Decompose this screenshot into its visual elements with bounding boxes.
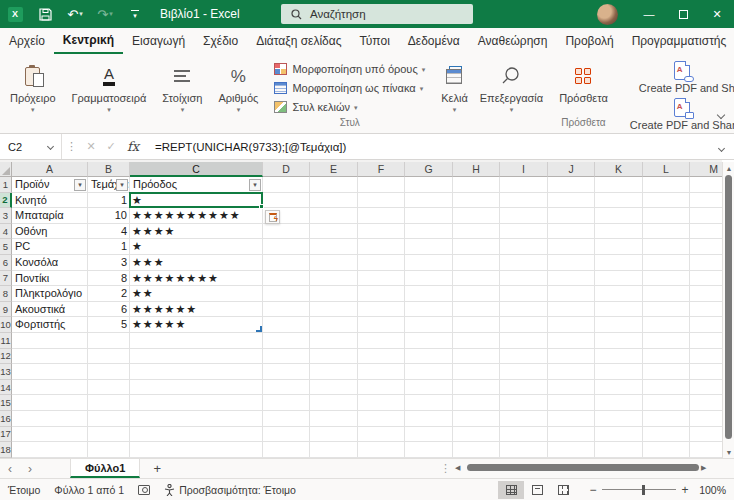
cell-product[interactable]: Πληκτρολόγιο — [12, 286, 88, 302]
tab-draw[interactable]: Σχέδιο — [194, 28, 247, 54]
row-header-9[interactable]: 9 — [0, 302, 12, 318]
tab-view[interactable]: Προβολή — [556, 28, 622, 54]
scroll-right-icon[interactable]: ▶ — [701, 464, 711, 472]
next-sheet-button[interactable]: › — [20, 459, 40, 478]
cell-product[interactable]: Ποντίκι — [12, 271, 88, 287]
format-as-table-button[interactable]: Μορφοποίηση ως πίνακα▾ — [274, 78, 423, 97]
column-header-I[interactable]: I — [500, 162, 548, 177]
row-header-5[interactable]: 5 — [0, 239, 12, 255]
vertical-scrollbar[interactable]: ▲ ▼ — [722, 162, 734, 458]
zoom-slider-thumb[interactable] — [642, 485, 645, 495]
zoom-percentage[interactable]: 100% — [692, 484, 726, 496]
table-header-qty[interactable]: Τεμάχια▾ — [88, 177, 130, 193]
column-header-G[interactable]: G — [405, 162, 453, 177]
cell-stars[interactable]: ★★★★ — [130, 224, 263, 240]
cell-stars[interactable]: ★★★ — [130, 255, 263, 271]
save-icon[interactable] — [30, 0, 60, 28]
scroll-left-icon[interactable]: ◀ — [455, 464, 465, 472]
column-header-J[interactable]: J — [548, 162, 595, 177]
cell-styles-button[interactable]: Στυλ κελιών▾ — [274, 97, 357, 116]
row-header-4[interactable]: 4 — [0, 224, 12, 240]
alignment-group[interactable]: Στοίχιση ▾ — [156, 57, 208, 131]
scroll-up-icon[interactable]: ▲ — [723, 162, 734, 174]
row-header-8[interactable]: 8 — [0, 286, 12, 302]
cell-product[interactable]: Ακουστικά — [12, 302, 88, 318]
row-header-15[interactable]: 15 — [0, 395, 12, 411]
row-header-13[interactable]: 13 — [0, 364, 12, 380]
cell-stars[interactable]: ★★★★★★ — [130, 302, 263, 318]
page-break-view-button[interactable] — [550, 481, 576, 499]
zoom-in-button[interactable]: + — [678, 483, 692, 497]
cell-qty[interactable]: 1 — [88, 193, 130, 209]
font-group[interactable]: A Γραμματοσειρά ▾ — [66, 57, 153, 131]
undo-button[interactable]: ↶▾ — [60, 0, 90, 28]
user-avatar[interactable] — [597, 4, 618, 25]
customize-qat-button[interactable]: ▾ — [120, 0, 150, 28]
cell-qty[interactable]: 8 — [88, 271, 130, 287]
row-header-2[interactable]: 2 — [0, 193, 12, 209]
grid-body[interactable]: Προϊόν▾Τεμάχια▾Πρόοδος▾Κινητό1★Μπαταρία1… — [12, 177, 722, 458]
cell-qty[interactable]: 3 — [88, 255, 130, 271]
minimize-button[interactable]: — — [632, 0, 666, 28]
cell-product[interactable]: Φορτιστής — [12, 317, 88, 333]
column-header-M[interactable]: M — [690, 162, 722, 177]
row-header-10[interactable]: 10 — [0, 317, 12, 333]
column-header-B[interactable]: B — [88, 162, 130, 177]
column-header-F[interactable]: F — [358, 162, 405, 177]
row-header-3[interactable]: 3 — [0, 208, 12, 224]
row-header-14[interactable]: 14 — [0, 380, 12, 396]
cell-qty[interactable]: 2 — [88, 286, 130, 302]
tab-page-layout[interactable]: Διάταξη σελίδας — [247, 28, 350, 54]
column-header-A[interactable]: A — [12, 162, 88, 177]
sheet-tab-fyllo1[interactable]: Φύλλο1 — [70, 459, 140, 478]
filter-dropdown-icon[interactable]: ▾ — [249, 179, 261, 191]
number-group[interactable]: % Αριθμός ▾ — [212, 57, 264, 131]
tab-review[interactable]: Αναθεώρηση — [469, 28, 557, 54]
clipboard-group[interactable]: Πρόχειρο ▾ — [4, 57, 62, 131]
row-header-6[interactable]: 6 — [0, 255, 12, 271]
row-header-17[interactable]: 17 — [0, 427, 12, 443]
insert-function-button[interactable]: fx — [121, 139, 145, 154]
filter-dropdown-icon[interactable]: ▾ — [74, 179, 86, 191]
cell-product[interactable]: Μπαταρία — [12, 208, 88, 224]
search-input[interactable]: Αναζήτηση — [281, 4, 473, 24]
formula-input[interactable]: =REPT(UNICHAR(9733);[@Τεμάχια]) — [155, 141, 346, 153]
column-header-L[interactable]: L — [643, 162, 690, 177]
table-header-progress[interactable]: Πρόοδος▾ — [130, 177, 263, 193]
row-header-12[interactable]: 12 — [0, 349, 12, 365]
redo-button[interactable]: ↷▾ — [90, 0, 120, 28]
name-box[interactable]: C2 — [0, 134, 62, 159]
addins-button[interactable]: Πρόσθετα — [559, 63, 608, 104]
accessibility-status[interactable]: Προσβασιμότητα: Έτοιμο — [164, 484, 296, 496]
column-header-D[interactable]: D — [263, 162, 310, 177]
table-resize-handle[interactable] — [256, 326, 262, 332]
expand-formula-bar-button[interactable] — [719, 141, 724, 153]
cell-stars[interactable]: ★★★★★ — [130, 317, 263, 333]
maximize-button[interactable] — [666, 0, 700, 28]
collapse-ribbon-button[interactable] — [718, 108, 724, 120]
page-layout-view-button[interactable] — [524, 481, 550, 499]
cell-qty[interactable]: 5 — [88, 317, 130, 333]
create-pdf-share-link-button[interactable]: A Create PDF and Share link — [639, 61, 725, 96]
cell-product[interactable]: PC — [12, 239, 88, 255]
tab-data[interactable]: Δεδομένα — [399, 28, 469, 54]
tab-formulas[interactable]: Τύποι — [351, 28, 399, 54]
row-header-7[interactable]: 7 — [0, 271, 12, 287]
row-header-11[interactable]: 11 — [0, 333, 12, 349]
cell-stars[interactable]: ★★★★★★★★★★ — [130, 208, 263, 224]
selected-cell-outline[interactable] — [129, 192, 263, 209]
column-header-H[interactable]: H — [453, 162, 500, 177]
row-header-16[interactable]: 16 — [0, 411, 12, 427]
cell-qty[interactable]: 10 — [88, 208, 130, 224]
zoom-slider[interactable] — [602, 489, 676, 490]
flash-fill-options-button[interactable]: ϟ — [265, 210, 280, 224]
cell-stars[interactable]: ★★★★★★★★ — [130, 271, 263, 287]
cell-product[interactable]: Οθόνη — [12, 224, 88, 240]
filter-dropdown-icon[interactable]: ▾ — [116, 179, 128, 191]
editing-group[interactable]: Επεξεργασία ▾ — [474, 57, 549, 131]
column-header-K[interactable]: K — [595, 162, 643, 177]
tab-home[interactable]: Κεντρική — [54, 28, 123, 54]
cell-stars[interactable]: ★★ — [130, 286, 263, 302]
normal-view-button[interactable] — [498, 481, 524, 499]
conditional-formatting-button[interactable]: Μορφοποίηση υπό όρους▾ — [274, 59, 425, 78]
